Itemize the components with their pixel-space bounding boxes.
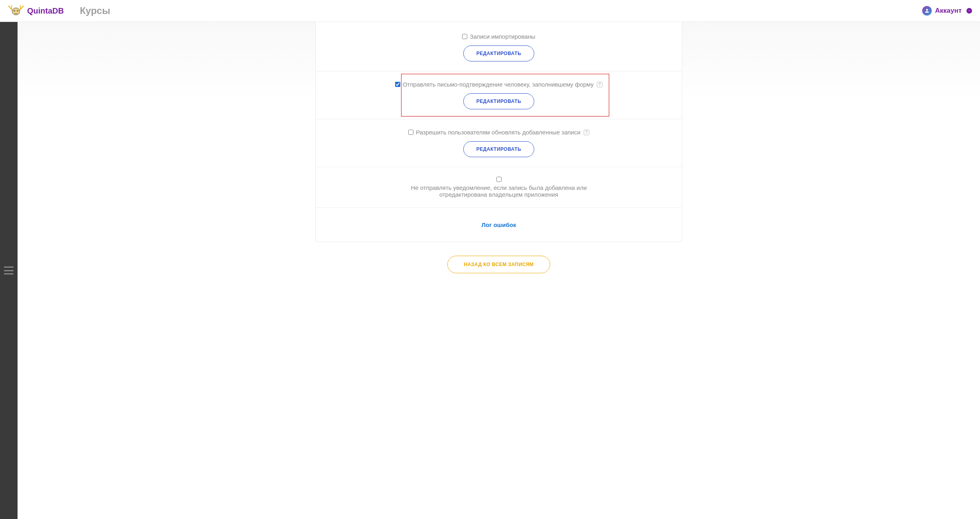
main-content: Записи импортированы РЕДАКТИРОВАТЬ Отпра… bbox=[18, 22, 980, 519]
logo-icon bbox=[8, 4, 24, 17]
help-icon[interactable]: ? bbox=[584, 130, 589, 135]
section-allow-update: Разрешить пользователям обновлять добавл… bbox=[316, 119, 682, 167]
section-confirmation-email: Отправлять письмо-подтверждение человеку… bbox=[316, 71, 682, 119]
avatar-icon bbox=[922, 6, 932, 16]
label-records-imported: Записи импортированы bbox=[470, 33, 535, 40]
edit-button-confirmation[interactable]: РЕДАКТИРОВАТЬ bbox=[463, 93, 535, 109]
label-confirmation-email: Отправлять письмо-подтверждение человеку… bbox=[403, 81, 594, 88]
account-label: Аккаунт bbox=[935, 7, 962, 15]
sidebar bbox=[0, 22, 18, 519]
header-left: QuintaDB Курсы bbox=[8, 4, 110, 17]
checkbox-records-imported[interactable] bbox=[462, 34, 467, 39]
error-log-link[interactable]: Лог ошибок bbox=[316, 208, 682, 242]
menu-icon[interactable] bbox=[4, 266, 14, 274]
section-records-imported: Записи импортированы РЕДАКТИРОВАТЬ bbox=[316, 22, 682, 71]
section-no-notify-owner: Не отправлять уведомление, если запись б… bbox=[316, 167, 682, 207]
checkbox-no-notify-owner[interactable] bbox=[496, 177, 502, 182]
settings-card: Записи импортированы РЕДАКТИРОВАТЬ Отпра… bbox=[315, 22, 682, 242]
logo[interactable]: QuintaDB bbox=[8, 4, 64, 17]
back-button[interactable]: НАЗАД КО ВСЕМ ЗАПИСЯМ bbox=[447, 256, 550, 273]
edit-button-allow-update[interactable]: РЕДАКТИРОВАТЬ bbox=[463, 141, 535, 157]
help-icon[interactable]: ? bbox=[597, 82, 602, 87]
label-allow-update: Разрешить пользователям обновлять добавл… bbox=[416, 129, 581, 136]
chevron-down-icon bbox=[966, 8, 972, 14]
section-error-log: Лог ошибок bbox=[316, 207, 682, 242]
svg-point-4 bbox=[17, 10, 18, 11]
breadcrumb[interactable]: Курсы bbox=[80, 5, 110, 16]
account-menu[interactable]: Аккаунт bbox=[922, 6, 972, 16]
checkbox-allow-update[interactable] bbox=[408, 130, 413, 135]
svg-point-3 bbox=[14, 10, 15, 11]
checkbox-confirmation-email[interactable] bbox=[395, 82, 400, 87]
app-header: QuintaDB Курсы Аккаунт bbox=[0, 0, 980, 22]
edit-button-imported[interactable]: РЕДАКТИРОВАТЬ bbox=[463, 45, 535, 61]
label-no-notify-owner: Не отправлять уведомление, если запись б… bbox=[401, 184, 596, 198]
logo-text: QuintaDB bbox=[27, 6, 64, 16]
